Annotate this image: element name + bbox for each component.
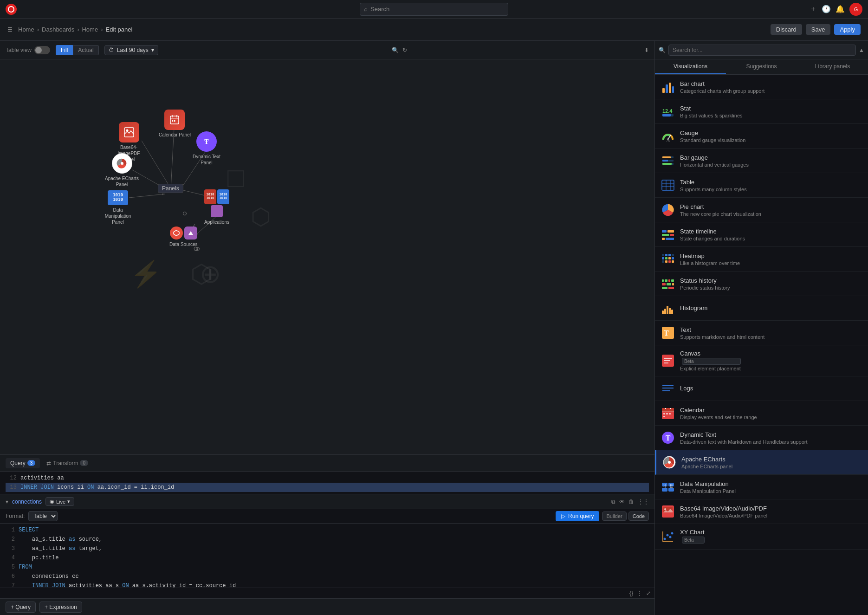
query-tab-label: Query <box>10 460 26 466</box>
node-dataman[interactable]: 10101010 Data Manipulation Panel <box>100 190 136 225</box>
drag-handle-icon[interactable]: ⋮⋮ <box>638 498 649 505</box>
viz-item-status-history[interactable]: Status history Periodic status history <box>655 272 868 296</box>
viz-item-gauge[interactable]: 75 Gauge Standard gauge visualization <box>655 124 868 149</box>
main-layout: Table view Fill Actual ⏱ Last 90 days ▾ … <box>0 41 868 615</box>
breadcrumb-home[interactable]: Home <box>18 26 34 33</box>
global-search[interactable]: ⌕ Search <box>360 3 508 16</box>
builder-button[interactable]: Builder <box>602 511 626 521</box>
code-editor[interactable]: 1 SELECT 2 aa_s.title as source, 3 aa_t.… <box>0 524 654 588</box>
logs-icon <box>661 381 675 396</box>
viz-item-dynamic-text[interactable]: Ŧ Dynamic Text Data-driven text with Mar… <box>655 426 868 450</box>
viz-item-state-timeline[interactable]: State timeline State changes and duratio… <box>655 222 868 247</box>
node-apps[interactable]: 10101010 10101010 Applications <box>204 189 229 225</box>
refresh-icon[interactable]: ↻ <box>402 47 407 53</box>
query-tab[interactable]: Query 3 <box>6 458 40 468</box>
viz-search-input[interactable] <box>668 45 856 56</box>
node-dynamic-text[interactable]: Ŧ Dynamic Text Panel <box>190 131 223 166</box>
fill-button[interactable]: Fill <box>56 45 73 55</box>
node-echarts[interactable]: Apache ECharts Panel <box>104 153 139 188</box>
canvas-beta-badge: Beta <box>682 358 741 365</box>
save-button[interactable]: Save <box>806 24 831 35</box>
datasource-mode[interactable]: ◉ Live ▾ <box>45 497 74 506</box>
editor-footer: {} ⋮ ⤢ <box>0 588 654 598</box>
app-logo[interactable] <box>6 4 17 15</box>
avatar[interactable]: G <box>849 3 862 16</box>
query-panel: Query 3 ⇄ Transform 0 12 activities aa 1… <box>0 454 654 598</box>
viz-item-data-manipulation[interactable]: 10101010 Data Manipulation Data Manipula… <box>655 475 868 499</box>
add-query-label: + Query <box>11 604 31 610</box>
breadcrumb-home-2[interactable]: Home <box>82 26 98 33</box>
viz-item-table[interactable]: Table Supports many column styles <box>655 173 868 198</box>
viz-name-calendar: Calendar <box>680 407 757 414</box>
node-calendar[interactable]: Calendar Panel <box>159 110 191 138</box>
query-tabs: Query 3 ⇄ Transform 0 <box>0 455 654 472</box>
apply-button[interactable]: Apply <box>834 24 861 35</box>
svg-text:Ŧ: Ŧ <box>204 138 209 145</box>
svg-rect-25 <box>672 86 674 93</box>
viz-item-base64[interactable]: Base64 Image/Video/Audio/PDF Base64 Imag… <box>655 499 868 524</box>
viz-item-canvas[interactable]: Canvas Beta Explicit element placement <box>655 345 868 376</box>
download-icon[interactable]: ⬇ <box>644 47 649 53</box>
add-expression-button[interactable]: + Expression <box>39 602 82 613</box>
breadcrumb-dashboards[interactable]: Dashboards <box>42 26 74 33</box>
viz-desc-bar-gauge: Horizontal and vertical gauges <box>680 162 749 168</box>
zoom-out-icon[interactable]: 🔍 <box>392 47 399 53</box>
run-query-button[interactable]: ▷ Run query <box>556 511 599 521</box>
svg-rect-33 <box>662 156 671 158</box>
viz-desc-heatmap: Like a histogram over time <box>680 260 740 266</box>
hamburger-menu[interactable]: ☰ <box>7 26 13 33</box>
viz-item-logs[interactable]: Logs <box>655 376 868 401</box>
datasource-name[interactable]: connections <box>12 498 42 505</box>
format-select[interactable]: Table <box>28 511 58 521</box>
node-panels[interactable]: Panels <box>158 184 183 193</box>
copy-icon[interactable]: ⧉ <box>611 498 615 505</box>
discard-button[interactable]: Discard <box>771 24 802 35</box>
svg-rect-53 <box>662 257 664 259</box>
ds-collapse-toggle[interactable]: ▾ <box>6 498 8 505</box>
table-view-toggle: Table view <box>6 46 50 54</box>
viz-item-apache-echarts[interactable]: Apache ECharts Apache ECharts panel <box>655 450 868 475</box>
node-dataman-label: Data Manipulation Panel <box>100 207 136 225</box>
editor-action-icon[interactable]: ⋮ <box>637 590 642 596</box>
ed-line-1: 1 SELECT <box>6 525 649 535</box>
viz-item-stat[interactable]: 12.4 Stat Big stat values & sparklines <box>655 99 868 124</box>
viz-name-canvas: Canvas <box>680 350 741 357</box>
svg-rect-63 <box>668 279 670 282</box>
add-icon[interactable]: ＋ <box>810 4 817 14</box>
node-graph[interactable]: □ ⬡ ⚡ ⬡ ⊕ Base64-ImagePDF Panel <box>0 59 654 301</box>
add-query-button[interactable]: + Query <box>6 602 36 613</box>
trash-icon[interactable]: 🗑 <box>628 498 634 505</box>
wm-icon-loki: ⚡ <box>130 259 162 289</box>
editor-expand-icon[interactable]: ⤢ <box>646 590 651 596</box>
viz-item-bar-chart[interactable]: Bar chart Categorical charts with group … <box>655 75 868 99</box>
notification-icon[interactable]: 🔔 <box>836 5 845 13</box>
tab-suggestions[interactable]: Suggestions <box>726 59 797 74</box>
tab-library-panels[interactable]: Library panels <box>797 59 868 74</box>
code-button[interactable]: Code <box>628 511 649 521</box>
viz-name-state-timeline: State timeline <box>680 228 745 235</box>
top-nav: ⌕ Search ＋ 🕐 🔔 G <box>0 0 868 19</box>
clock-icon[interactable]: 🕐 <box>822 5 831 13</box>
viz-item-histogram[interactable]: Histogram <box>655 296 868 321</box>
viz-item-xy-chart[interactable]: XY Chart Beta <box>655 524 868 550</box>
viz-info-gauge: Gauge Standard gauge visualization <box>680 129 745 143</box>
node-datasources[interactable]: Data Sources <box>169 227 198 247</box>
time-range-picker[interactable]: ⏱ Last 90 days ▾ <box>104 45 158 55</box>
collapse-panel-icon[interactable]: ▲ <box>859 47 864 53</box>
transform-tab[interactable]: ⇄ Transform 0 <box>42 458 93 468</box>
actual-button[interactable]: Actual <box>73 45 98 55</box>
node-calendar-icon <box>164 110 185 130</box>
format-code-icon[interactable]: {} <box>629 590 633 596</box>
svg-point-112 <box>669 536 672 538</box>
tab-visualizations[interactable]: Visualizations <box>655 59 726 74</box>
viz-item-pie-chart[interactable]: Pie chart The new core pie chart visuali… <box>655 198 868 222</box>
table-view-label: Table view <box>6 47 32 53</box>
canvas-toolbar: Table view Fill Actual ⏱ Last 90 days ▾ … <box>0 41 654 59</box>
table-view-switch[interactable] <box>34 46 50 54</box>
viz-item-calendar[interactable]: Calendar Display events and set time ran… <box>655 401 868 426</box>
viz-search-bar: 🔍 ▲ <box>655 41 868 59</box>
eye-icon[interactable]: 👁 <box>619 498 625 505</box>
viz-item-bar-gauge[interactable]: Bar gauge Horizontal and vertical gauges <box>655 149 868 173</box>
viz-item-text[interactable]: T Text Supports markdown and html conten… <box>655 321 868 345</box>
viz-item-heatmap[interactable]: Heatmap Like a histogram over time <box>655 247 868 272</box>
